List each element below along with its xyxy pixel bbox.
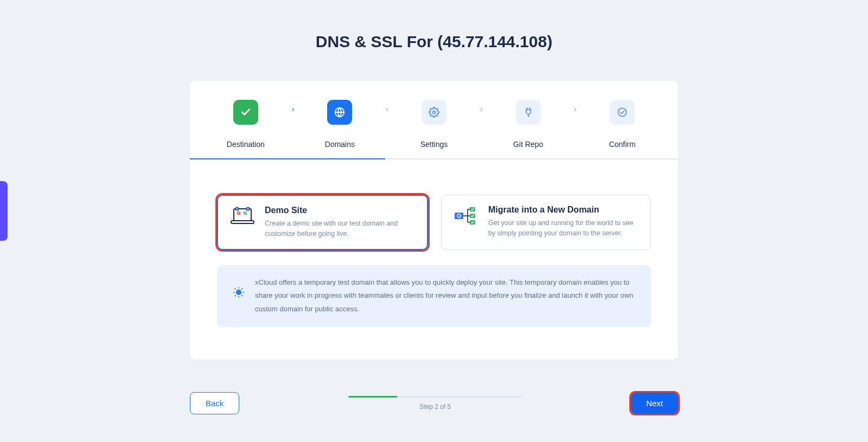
svg-point-19 [236,289,241,294]
wizard-footer: Back Step 2 of 5 Next [190,392,678,431]
back-button[interactable]: Back [190,392,239,414]
progress: Step 2 of 5 [239,396,631,411]
svg-line-26 [235,295,235,296]
svg-line-25 [242,295,242,296]
option-title: Demo Site [265,206,415,215]
step-label: Settings [420,140,448,149]
option-body: Migrate into a New Domain Get your site … [488,205,639,239]
option-desc: Create a demo site with our test domain … [265,219,415,239]
step-label: Destination [227,140,265,149]
step-domains[interactable]: Domains [301,100,380,149]
progress-label: Step 2 of 5 [419,403,451,411]
option-desc: Get your site up and running for the wor… [488,218,639,239]
stepper: Destination Domains Settings [190,81,678,149]
step-label: Confirm [609,140,636,149]
option-body: Demo Site Create a demo site with our te… [265,206,415,239]
chevron-right-icon [474,100,489,112]
option-title: Migrate into a New Domain [488,205,639,215]
info-text: xCloud offers a temporary test domain th… [255,276,636,316]
page-root: DNS & SSL For (45.77.144.108) Destinatio… [0,0,868,442]
option-demo-site[interactable]: Demo Site Create a demo site with our te… [217,195,428,250]
chevron-right-icon [567,100,583,112]
step-settings[interactable]: Settings [394,100,474,149]
svg-point-2 [618,108,627,117]
chevron-right-icon [285,100,301,112]
svg-line-24 [235,289,235,289]
domain-options: Demo Site Create a demo site with our te… [190,159,678,250]
svg-rect-9 [455,213,463,219]
step-label: Git Repo [513,140,543,149]
step-label: Domains [325,140,355,149]
next-button[interactable]: Next [631,393,678,414]
globe-icon [327,100,352,125]
chevron-right-icon [379,100,394,112]
check-icon [233,100,258,125]
info-box: xCloud offers a temporary test domain th… [217,265,651,327]
page-title: DNS & SSL For (45.77.144.108) [316,33,552,51]
svg-line-27 [242,289,242,289]
step-git-repo[interactable]: Git Repo [489,100,568,149]
svg-point-7 [235,207,239,210]
progress-bar [348,396,522,398]
migration-icon [454,205,478,228]
lightbulb-icon [232,286,245,299]
svg-rect-4 [231,221,254,223]
laptop-icon [230,206,255,228]
step-destination[interactable]: Destination [206,100,285,149]
plug-icon [516,100,541,125]
svg-point-8 [246,207,250,210]
option-migrate-domain[interactable]: Migrate into a New Domain Get your site … [441,195,651,250]
wizard-card: Destination Domains Settings [190,81,678,360]
step-confirm[interactable]: Confirm [583,100,662,149]
progress-fill [348,396,397,398]
stepper-underline [190,158,678,159]
svg-point-1 [432,111,435,114]
gear-icon [422,100,446,125]
check-circle-icon [610,100,635,125]
feedback-side-tab[interactable] [0,181,8,241]
